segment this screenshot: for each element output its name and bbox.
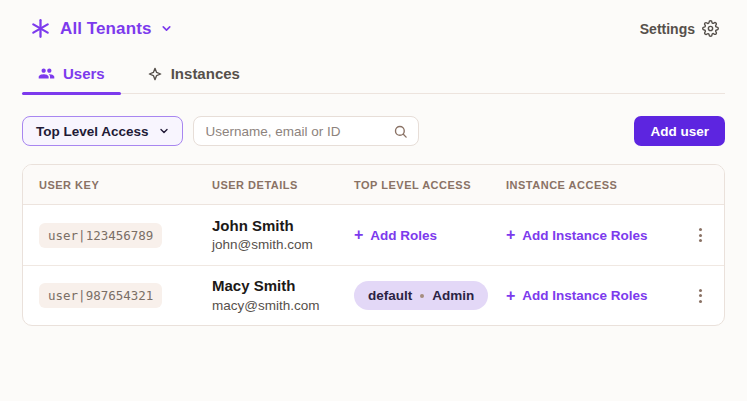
column-header-instance-access: INSTANCE ACCESS — [490, 179, 676, 191]
user-key-cell: user|987654321 — [23, 283, 196, 308]
add-instance-roles-button[interactable]: + Add Instance Roles — [506, 227, 648, 243]
role-badge-role: Admin — [432, 288, 474, 303]
chevron-down-icon — [160, 22, 173, 35]
row-actions-cell — [676, 283, 724, 309]
user-email: macy@smith.com — [212, 297, 338, 315]
gear-icon — [702, 20, 719, 37]
tab-users-label: Users — [63, 65, 105, 82]
add-instance-roles-button[interactable]: + Add Instance Roles — [506, 288, 648, 304]
column-header-user-details: USER DETAILS — [196, 179, 338, 191]
user-details-cell: John Smith john@smith.com — [196, 216, 338, 254]
plus-icon: + — [354, 227, 363, 243]
plus-icon: + — [506, 288, 515, 304]
tab-instances-label: Instances — [171, 65, 240, 82]
tab-bar: Users Instances — [22, 65, 725, 94]
asterisk-logo-icon — [30, 18, 51, 39]
search-input[interactable] — [206, 124, 393, 139]
tenant-selector-label: All Tenants — [60, 19, 151, 39]
user-details-cell: Macy Smith macy@smith.com — [196, 276, 338, 314]
kebab-menu-icon[interactable] — [693, 222, 708, 248]
tab-users[interactable]: Users — [22, 65, 121, 93]
top-level-access-filter-dropdown[interactable]: Top Level Access — [22, 116, 183, 146]
tenant-selector[interactable]: All Tenants — [30, 18, 173, 39]
user-email: john@smith.com — [212, 236, 338, 254]
dot-separator-icon — [420, 294, 424, 298]
add-roles-button[interactable]: + Add Roles — [354, 227, 437, 243]
add-instance-roles-label: Add Instance Roles — [522, 288, 647, 303]
settings-label: Settings — [640, 21, 695, 37]
user-name: John Smith — [212, 216, 338, 236]
filter-label: Top Level Access — [36, 124, 149, 139]
tab-instances[interactable]: Instances — [131, 65, 256, 93]
instance-access-cell: + Add Instance Roles — [490, 287, 676, 305]
settings-button[interactable]: Settings — [640, 20, 719, 37]
add-instance-roles-label: Add Instance Roles — [522, 228, 647, 243]
top-level-access-cell: default Admin — [338, 281, 490, 310]
sparkle-icon — [147, 66, 163, 82]
column-header-user-key: USER KEY — [23, 179, 196, 191]
users-icon — [38, 65, 55, 82]
user-name: Macy Smith — [212, 276, 338, 296]
table-row: user|987654321 Macy Smith macy@smith.com… — [23, 265, 724, 325]
search-icon — [393, 124, 408, 139]
top-level-access-cell: + Add Roles — [338, 226, 490, 244]
column-header-top-level-access: TOP LEVEL ACCESS — [338, 179, 490, 191]
add-roles-label: Add Roles — [370, 228, 437, 243]
row-actions-cell — [676, 222, 724, 248]
role-badge[interactable]: default Admin — [354, 281, 488, 310]
app-header: All Tenants Settings — [0, 0, 747, 39]
plus-icon: + — [506, 227, 515, 243]
toolbar: Top Level Access Add user — [22, 116, 725, 146]
table-header-row: USER KEY USER DETAILS TOP LEVEL ACCESS I… — [23, 165, 724, 205]
user-key-cell: user|123456789 — [23, 223, 196, 248]
user-key-chip: user|123456789 — [39, 223, 162, 248]
user-key-chip: user|987654321 — [39, 283, 162, 308]
search-box — [193, 116, 419, 146]
table-row: user|123456789 John Smith john@smith.com… — [23, 205, 724, 265]
role-badge-scope: default — [368, 288, 412, 303]
instance-access-cell: + Add Instance Roles — [490, 226, 676, 244]
kebab-menu-icon[interactable] — [693, 283, 708, 309]
chevron-down-icon — [158, 125, 170, 137]
users-table: USER KEY USER DETAILS TOP LEVEL ACCESS I… — [22, 164, 725, 326]
add-user-button[interactable]: Add user — [634, 116, 725, 146]
